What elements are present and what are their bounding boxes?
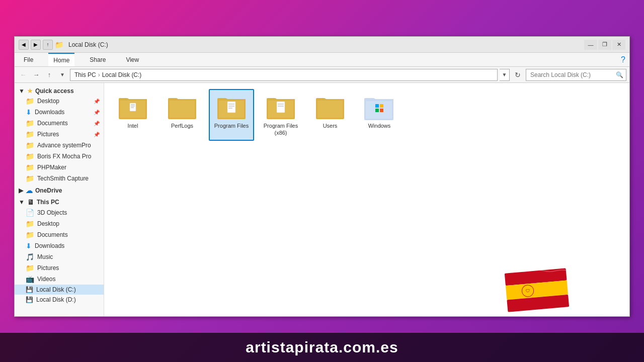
address-path[interactable]: This PC › Local Disk (C:) (70, 69, 498, 81)
boris-folder-icon: 📁 (26, 152, 34, 160)
forward-button[interactable]: → (31, 69, 42, 80)
back-button[interactable]: ← (18, 69, 29, 80)
ribbon-tab-view[interactable]: View (121, 53, 144, 66)
sidebar-item-documents-pc[interactable]: 📁 Documents (15, 229, 104, 240)
sidebar-item-3d-objects[interactable]: 📄 3D Objects (15, 207, 104, 218)
sidebar-item-music[interactable]: 🎵 Music (15, 251, 104, 262)
desktop-folder-icon: 📁 (26, 97, 34, 105)
program-files-x86-folder-svg (267, 94, 295, 119)
file-item-users[interactable]: Users (307, 89, 353, 141)
ribbon-tab-share[interactable]: Share (85, 53, 111, 66)
this-pc-chevron-icon: ▼ (19, 199, 25, 206)
sidebar-item-phpmaker[interactable]: 📁 PHPMaker (15, 162, 104, 173)
file-item-windows[interactable]: Windows (357, 89, 402, 141)
sidebar-item-techsmith[interactable]: 📁 TechSmith Capture (15, 173, 104, 184)
file-item-intel[interactable]: Intel (110, 89, 155, 141)
sidebar-local-disk-c-label: Local Disk (C:) (36, 286, 76, 293)
this-pc-label: This PC (37, 199, 59, 206)
sidebar-item-local-disk-c[interactable]: 💾 Local Disk (C:) (15, 285, 104, 295)
sidebar-boris-label: Boris FX Mocha Pro (37, 153, 91, 160)
sidebar-item-advance-systempro[interactable]: 📁 Advance systemPro (15, 140, 104, 151)
address-bar: ← → ↑ ▼ This PC › Local Disk (C:) ▼ ↻ 🔍 (15, 67, 629, 83)
refresh-button[interactable]: ↻ (512, 69, 524, 81)
local-disk-d-icon: 💾 (26, 296, 33, 303)
minimize-button[interactable]: — (584, 40, 597, 50)
up-button[interactable]: ↑ (44, 69, 55, 80)
sidebar-item-pictures-pc[interactable]: 📁 Pictures (15, 262, 104, 274)
documents-folder-icon: 📁 (26, 119, 34, 127)
watermark-text: artistapirata.com.es (246, 339, 398, 356)
sidebar-onedrive[interactable]: ▶ ☁ OneDrive (15, 184, 104, 196)
pictures-pc-icon: 📁 (26, 264, 34, 272)
ribbon: File Home Share View ? (15, 53, 629, 67)
sidebar-3d-label: 3D Objects (37, 209, 67, 216)
ribbon-tab-home[interactable]: Home (48, 53, 74, 66)
intel-label: Intel (128, 122, 138, 129)
music-icon: 🎵 (26, 253, 34, 261)
downloads-pin-icon: 📌 (94, 110, 100, 115)
sidebar-this-pc[interactable]: ▼ 🖥 This PC (15, 196, 104, 207)
spain-flag: 🛡 (504, 267, 570, 313)
perflogs-folder-svg (168, 94, 196, 119)
help-icon[interactable]: ? (621, 55, 625, 64)
advance-folder-icon: 📁 (26, 141, 34, 149)
sidebar-item-documents[interactable]: 📁 Documents 📌 (15, 118, 104, 129)
address-dropdown-btn[interactable]: ▼ (500, 69, 510, 81)
quick-access-label: Quick access (35, 87, 74, 95)
users-icon-wrap (315, 93, 345, 120)
this-pc-icon: 🖥 (27, 198, 34, 206)
sidebar-videos-label: Videos (37, 276, 55, 283)
maximize-button[interactable]: ❐ (598, 40, 611, 50)
desktop-pin-icon: 📌 (94, 99, 100, 104)
perflogs-icon-wrap (167, 93, 197, 120)
sidebar-item-desktop-pc[interactable]: 📁 Desktop (15, 218, 104, 229)
techsmith-folder-icon: 📁 (26, 174, 34, 183)
sidebar-pictures-label: Pictures (37, 131, 59, 138)
downloads-folder-icon: ⬇ (26, 108, 32, 116)
pictures-pin-icon: 📌 (94, 132, 100, 137)
sidebar-item-local-disk-d[interactable]: 💾 Local Disk (D:) (15, 295, 104, 305)
intel-icon-wrap (118, 93, 148, 120)
sidebar-item-downloads-pc[interactable]: ⬇ Downloads (15, 240, 104, 251)
ribbon-tab-file[interactable]: File (19, 53, 38, 66)
file-item-program-files-x86[interactable]: Program Files (x86) (258, 89, 303, 141)
breadcrumb-sep1: › (98, 71, 100, 78)
sidebar-downloads-label: Downloads (35, 109, 64, 116)
forward-nav-btn[interactable]: ▶ (31, 40, 41, 50)
file-item-perflogs[interactable]: PerfLogs (159, 89, 205, 141)
title-bar-left: ◀ ▶ ↑ 📁 Local Disk (C:) (19, 40, 108, 50)
sidebar-item-boris-fx[interactable]: 📁 Boris FX Mocha Pro (15, 151, 104, 162)
desktop-pc-icon: 📁 (26, 220, 34, 228)
breadcrumb-this-pc[interactable]: This PC (74, 71, 96, 78)
documents-pc-icon: 📁 (26, 231, 34, 239)
file-item-program-files[interactable]: Program Files (209, 89, 254, 141)
users-label: Users (323, 122, 338, 129)
sidebar-desktop-label: Desktop (37, 98, 59, 105)
sidebar-documents-pc-label: Documents (37, 231, 68, 238)
svg-rect-8 (277, 102, 285, 113)
spain-flag-svg: 🛡 (504, 267, 570, 313)
phpmaker-folder-icon: 📁 (26, 163, 34, 171)
recent-button[interactable]: ▼ (57, 69, 68, 80)
sidebar-item-desktop[interactable]: 📁 Desktop 📌 (15, 96, 104, 107)
sidebar-item-pictures[interactable]: 📁 Pictures 📌 (15, 129, 104, 140)
window-title: Local Disk (C:) (68, 41, 108, 48)
search-container: 🔍 (526, 69, 626, 81)
back-nav-btn[interactable]: ◀ (19, 40, 29, 50)
program-files-icon-wrap (216, 93, 247, 120)
breadcrumb-local-disk[interactable]: Local Disk (C:) (102, 71, 142, 78)
search-input[interactable] (526, 69, 626, 81)
sidebar-item-downloads[interactable]: ⬇ Downloads 📌 (15, 107, 104, 118)
svg-rect-11 (375, 104, 379, 108)
svg-rect-4 (227, 102, 235, 113)
program-files-x86-label: Program Files (x86) (262, 122, 299, 137)
close-button[interactable]: ✕ (612, 40, 625, 50)
sidebar-item-videos[interactable]: 📺 Videos (15, 274, 104, 285)
sidebar-quick-access[interactable]: ▼ ★ Quick access (15, 85, 104, 96)
up-nav-btn[interactable]: ↑ (43, 40, 53, 50)
local-disk-c-icon: 💾 (26, 286, 33, 293)
intel-folder-svg (119, 94, 147, 119)
sidebar-techsmith-label: TechSmith Capture (37, 175, 89, 182)
users-folder-svg (316, 94, 344, 119)
program-files-folder-svg (217, 94, 246, 119)
